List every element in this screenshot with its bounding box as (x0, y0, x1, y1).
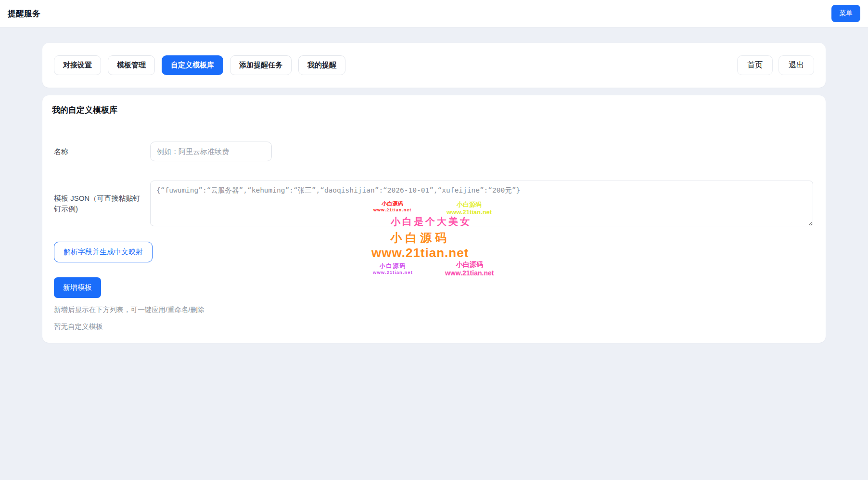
add-button-row: 新增模板 (54, 262, 813, 298)
json-label: 模板 JSON（可直接粘贴钉钉示例) (54, 193, 150, 214)
panel-header: 我的自定义模板库 (42, 95, 826, 123)
tab-template-management[interactable]: 模板管理 (108, 55, 155, 75)
add-hint-text: 新增后显示在下方列表，可一键应用/重命名/删除 (54, 305, 813, 314)
tab-my-reminders[interactable]: 我的提醒 (298, 55, 345, 75)
panel-title: 我的自定义模板库 (52, 104, 816, 116)
custom-template-panel: 我的自定义模板库 名称 模板 JSON（可直接粘贴钉钉示例) 解析字段并生成中文… (42, 95, 826, 343)
json-form-row: 模板 JSON（可直接粘贴钉钉示例) (54, 181, 813, 226)
tab-custom-template-library[interactable]: 自定义模板库 (162, 55, 223, 75)
panel-body: 名称 模板 JSON（可直接粘贴钉钉示例) 解析字段并生成中文映射 新增模板 新… (42, 123, 826, 343)
template-json-textarea[interactable] (150, 181, 813, 226)
name-label: 名称 (54, 146, 150, 157)
nav-card: 对接设置 模板管理 自定义模板库 添加提醒任务 我的提醒 首页 退出 (42, 43, 826, 88)
home-button[interactable]: 首页 (737, 55, 773, 75)
parse-button-row: 解析字段并生成中文映射 (54, 226, 813, 262)
add-template-button[interactable]: 新增模板 (54, 277, 101, 298)
menu-button[interactable]: 菜单 (831, 5, 860, 22)
tab-group: 对接设置 模板管理 自定义模板库 添加提醒任务 我的提醒 (54, 55, 345, 75)
app-title: 提醒服务 (8, 8, 40, 19)
name-form-row: 名称 (54, 142, 813, 161)
nav-right-group: 首页 退出 (737, 55, 814, 75)
tab-add-reminder-task[interactable]: 添加提醒任务 (230, 55, 292, 75)
template-name-input[interactable] (150, 142, 272, 161)
top-header: 提醒服务 菜单 (0, 0, 868, 27)
logout-button[interactable]: 退出 (779, 55, 814, 75)
empty-list-text: 暂无自定义模板 (54, 322, 813, 331)
parse-fields-button[interactable]: 解析字段并生成中文映射 (54, 242, 153, 262)
tab-connection-settings[interactable]: 对接设置 (54, 55, 101, 75)
